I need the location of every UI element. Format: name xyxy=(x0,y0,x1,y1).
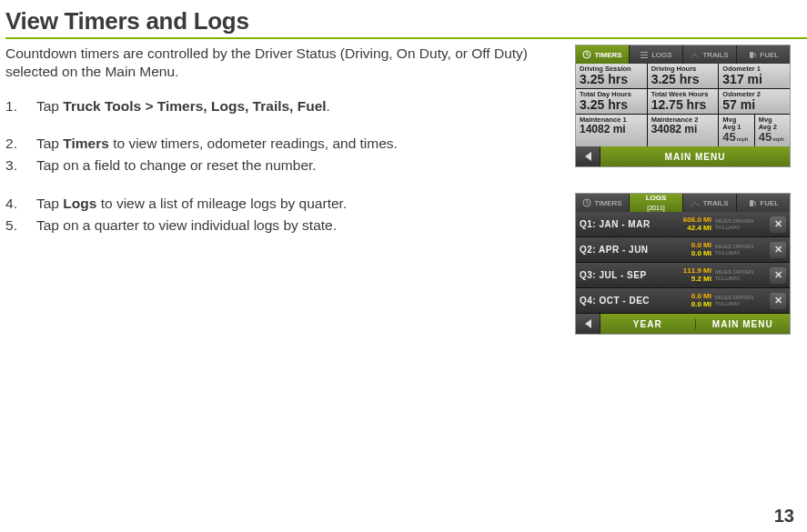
tab-timers[interactable]: TIMERS xyxy=(576,194,630,212)
menu-bar: YEAR MAIN MENU xyxy=(576,314,790,334)
quarter-label: Q3: JUL - SEP xyxy=(580,270,666,280)
step-text: Tap xyxy=(36,98,63,114)
cell-value: 3.25 hrs xyxy=(580,73,643,86)
unit: mph xyxy=(772,136,784,142)
fuel-icon xyxy=(748,198,757,207)
step-2: Tap Timers to view timers, odometer read… xyxy=(5,135,557,153)
cell-value: 34082 mi xyxy=(651,124,715,136)
cell-total-day[interactable]: Total Day Hours3.25 hrs xyxy=(576,89,647,114)
tab-label: LOGS xyxy=(651,51,671,59)
tab-timers[interactable]: TIMERS xyxy=(576,45,630,64)
tag: TOLLWAY xyxy=(715,276,766,282)
cell-driving-session[interactable]: Driving Session3.25 hrs xyxy=(576,64,647,88)
clock-icon xyxy=(582,198,591,207)
cell-maintenance-1[interactable]: Maintenance 114082 mi xyxy=(576,115,647,146)
log-row-q2[interactable]: Q2: APR - JUN 0.0 MI0.0 MI MILES DRIVENT… xyxy=(576,237,790,263)
step-4: Tap Logs to view a list of mileage logs … xyxy=(5,195,557,213)
tab-trails[interactable]: TRAILS xyxy=(683,45,737,64)
log-row-q3[interactable]: Q3: JUL - SEP 111.9 MI5.2 MI MILES DRIVE… xyxy=(576,263,790,288)
menu-bar: MAIN MENU xyxy=(576,146,790,166)
screenshot-timers: TIMERS LOGS TRAILS FUEL Driving Session3… xyxy=(575,45,791,167)
cell-value: 3.25 hrs xyxy=(651,73,715,86)
delete-button[interactable]: ✕ xyxy=(770,267,786,284)
svg-rect-3 xyxy=(641,57,648,58)
step-text: Tap xyxy=(36,196,63,211)
cell-label: Mvg Avg 2 xyxy=(759,116,786,130)
page-title: View Timers and Logs xyxy=(5,7,807,39)
intro-text: Countdown timers are controlled by the D… xyxy=(5,45,557,81)
back-button[interactable] xyxy=(576,314,600,334)
cell-averages: Mvg Avg 145mph Mvg Avg 245mph xyxy=(719,115,790,146)
tollway-miles: 0.0 MI xyxy=(670,250,711,257)
delete-button[interactable]: ✕ xyxy=(770,216,786,233)
step-bold: Truck Tools > Timers, Logs, Trails, Fuel xyxy=(63,98,326,114)
cell-maintenance-2[interactable]: Maintenance 234082 mi xyxy=(648,115,719,146)
back-button[interactable] xyxy=(576,146,600,166)
tab-logs[interactable]: LOGS [2011] xyxy=(630,194,683,212)
step-text: . xyxy=(327,98,330,114)
step-bold: Timers xyxy=(63,136,109,151)
cell-value: 57 mi xyxy=(722,98,786,112)
tab-label: FUEL xyxy=(760,51,778,59)
list-icon xyxy=(640,50,649,59)
tag: TOLLWAY xyxy=(715,301,766,307)
step-5: Tap on a quarter to view individual logs… xyxy=(5,216,557,235)
tab-logs[interactable]: LOGS xyxy=(630,45,683,64)
svg-rect-4 xyxy=(750,52,753,58)
tab-fuel[interactable]: FUEL xyxy=(737,194,790,212)
tag: MILES DRIVEN xyxy=(715,295,766,301)
tag: MILES DRIVEN xyxy=(715,269,766,276)
tab-label: TRAILS xyxy=(702,51,728,59)
step-text: Tap on a field to change or reset the nu… xyxy=(36,157,317,173)
step-text: to view timers, odometer readings, and t… xyxy=(109,136,398,151)
step-text: to view a list of mileage logs by quarte… xyxy=(96,196,347,211)
step-1: Tap Truck Tools > Timers, Logs, Trails, … xyxy=(5,97,557,115)
tag: MILES DRIVEN xyxy=(715,244,766,250)
page-number: 13 xyxy=(774,506,794,527)
unit: mph xyxy=(737,136,749,142)
quarter-label: Q2: APR - JUN xyxy=(580,245,666,255)
tollway-miles: 0.0 MI xyxy=(670,301,711,308)
clock-icon xyxy=(582,50,591,59)
delete-button[interactable]: ✕ xyxy=(770,242,786,258)
svg-rect-2 xyxy=(641,55,648,55)
tab-trails[interactable]: TRAILS xyxy=(683,194,737,212)
tab-label: TIMERS xyxy=(594,51,621,59)
tag: TOLLWAY xyxy=(715,225,766,231)
tag: MILES DRIVEN xyxy=(715,218,766,225)
instruction-column: Countdown timers are controlled by the D… xyxy=(5,45,557,360)
screenshot-logs: TIMERS LOGS [2011] TRAILS FUEL Q1: JAN -… xyxy=(575,193,791,335)
tab-label: TRAILS xyxy=(702,199,728,207)
tab-fuel[interactable]: FUEL xyxy=(737,45,790,64)
tab-label: FUEL xyxy=(760,199,778,207)
step-text: Tap xyxy=(36,136,63,151)
route-icon xyxy=(691,198,700,207)
fuel-icon xyxy=(748,50,757,59)
cell-odometer-1[interactable]: Odometer 1317 mi xyxy=(719,64,790,88)
log-row-q4[interactable]: Q4: OCT - DEC 0.0 MI0.0 MI MILES DRIVENT… xyxy=(576,288,790,314)
year-button[interactable]: YEAR xyxy=(600,319,696,329)
cell-label: Mvg Avg 1 xyxy=(722,116,750,130)
cell-odometer-2[interactable]: Odometer 257 mi xyxy=(719,89,790,114)
route-icon xyxy=(691,50,700,59)
cell-total-week[interactable]: Total Week Hours12.75 hrs xyxy=(648,89,719,114)
cell-value: 45 xyxy=(722,130,735,144)
log-row-q1[interactable]: Q1: JAN - MAR 606.0 MI42.4 MI MILES DRIV… xyxy=(576,212,790,237)
tab-label: LOGS xyxy=(646,195,667,202)
cell-mvg-avg-2[interactable]: Mvg Avg 245mph xyxy=(755,115,790,146)
main-menu-button[interactable]: MAIN MENU xyxy=(600,152,790,162)
cell-value: 12.75 hrs xyxy=(651,98,715,112)
cell-driving-hours[interactable]: Driving Hours3.25 hrs xyxy=(648,64,719,88)
svg-rect-6 xyxy=(750,200,753,206)
tab-sublabel: [2011] xyxy=(647,205,664,211)
quarter-label: Q1: JAN - MAR xyxy=(580,219,666,229)
tab-label: TIMERS xyxy=(594,199,621,207)
tag: TOLLWAY xyxy=(715,250,766,256)
delete-button[interactable]: ✕ xyxy=(770,293,786,309)
tollway-miles: 5.2 MI xyxy=(670,276,711,283)
cell-value: 317 mi xyxy=(722,73,786,86)
tollway-miles: 42.4 MI xyxy=(670,225,711,232)
cell-value: 3.25 hrs xyxy=(580,98,643,112)
cell-mvg-avg-1[interactable]: Mvg Avg 145mph xyxy=(719,115,753,146)
main-menu-button[interactable]: MAIN MENU xyxy=(696,319,791,329)
